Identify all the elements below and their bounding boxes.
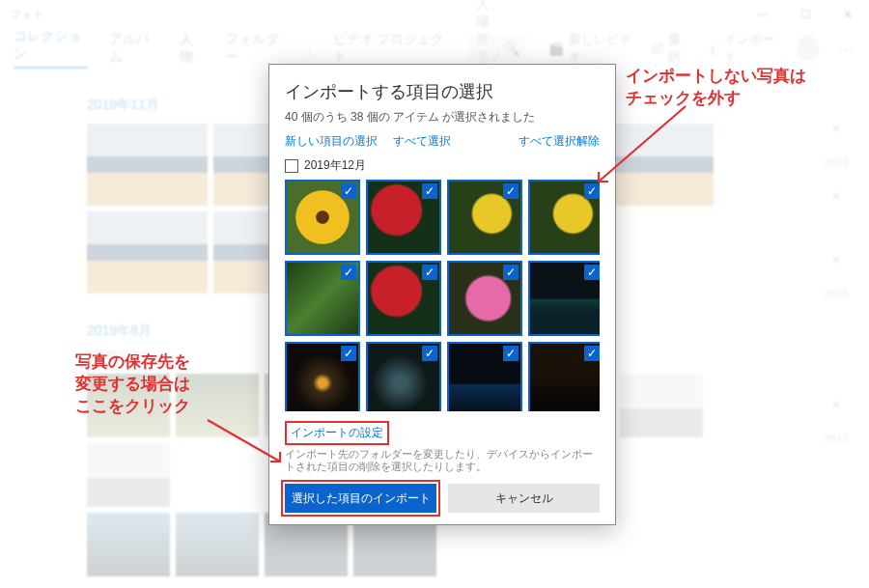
- annotation-line: 変更する場合は: [75, 374, 190, 396]
- annotation-line: 写真の保存先を: [75, 351, 190, 374]
- check-icon[interactable]: ✓: [422, 183, 437, 199]
- check-icon[interactable]: ✓: [341, 265, 356, 280]
- annotation-line: インポートしない写真は: [626, 66, 806, 88]
- import-selected-button[interactable]: 選択した項目のインポート: [285, 484, 436, 513]
- arrow-top-right: [579, 97, 695, 193]
- check-icon[interactable]: ✓: [503, 346, 519, 361]
- import-thumb[interactable]: ✓: [285, 342, 360, 411]
- settings-row: インポートの設定 インポート先のフォルダーを変更したり、デバイスからインポートさ…: [285, 421, 600, 474]
- dialog-subtitle: 40 個のうち 38 個の アイテム が選択されました: [285, 109, 600, 126]
- group-header[interactable]: 2019年12月: [285, 157, 600, 174]
- check-icon[interactable]: ✓: [422, 346, 437, 361]
- import-thumb[interactable]: ✓: [366, 342, 441, 411]
- import-thumb[interactable]: ✓: [366, 261, 441, 336]
- import-settings-link[interactable]: インポートの設定: [285, 421, 389, 445]
- check-icon[interactable]: ✓: [503, 265, 519, 280]
- import-settings-desc: インポート先のフォルダーを変更したり、デバイスからインポートされた項目の削除を選…: [285, 448, 600, 474]
- annotation-left: 写真の保存先を 変更する場合は ここをクリック: [75, 351, 190, 418]
- group-label: 2019年12月: [304, 157, 366, 174]
- import-thumb[interactable]: ✓: [447, 180, 522, 255]
- cancel-button[interactable]: キャンセル: [448, 484, 600, 513]
- dialog-title: インポートする項目の選択: [285, 80, 600, 103]
- import-thumb[interactable]: ✓: [285, 261, 360, 336]
- import-thumb[interactable]: ✓: [447, 342, 522, 411]
- import-thumb[interactable]: ✓: [528, 261, 600, 336]
- check-icon[interactable]: ✓: [341, 346, 356, 361]
- check-icon[interactable]: ✓: [341, 183, 356, 199]
- dialog-links: 新しい項目の選択 すべて選択 すべて選択解除: [285, 133, 600, 150]
- link-select-new[interactable]: 新しい項目の選択: [285, 133, 378, 150]
- check-icon[interactable]: ✓: [503, 183, 519, 199]
- link-select-all[interactable]: すべて選択: [393, 133, 451, 150]
- import-thumb[interactable]: ✓: [528, 342, 600, 411]
- svg-line-0: [599, 106, 686, 182]
- import-dialog: インポートする項目の選択 40 個のうち 38 個の アイテム が選択されました…: [268, 64, 616, 525]
- svg-line-1: [208, 420, 280, 462]
- group-checkbox[interactable]: [285, 159, 298, 173]
- import-thumb[interactable]: ✓: [366, 180, 441, 255]
- annotation-line: ここをクリック: [75, 396, 190, 418]
- import-grid: ✓ ✓ ✓ ✓ ✓ ✓ ✓ ✓ ✓ ✓ ✓ ✓ ✓ ✓ ✓ ✓: [285, 180, 600, 411]
- import-thumb[interactable]: ✓: [285, 180, 360, 255]
- import-thumb[interactable]: ✓: [447, 261, 522, 336]
- check-icon[interactable]: ✓: [584, 346, 600, 361]
- check-icon[interactable]: ✓: [584, 265, 600, 280]
- check-icon[interactable]: ✓: [422, 265, 437, 280]
- dialog-buttons: 選択した項目のインポート キャンセル: [285, 484, 600, 513]
- arrow-left: [203, 415, 299, 473]
